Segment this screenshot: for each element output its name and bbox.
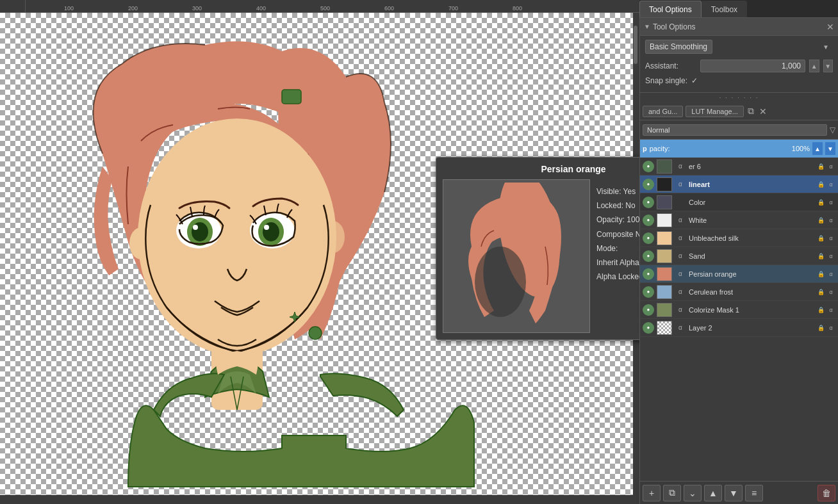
- layer-lock-icon[interactable]: 🔒: [816, 162, 825, 171]
- layer-item-sand[interactable]: ● α Sand 🔒 α: [640, 247, 838, 265]
- layer-alpha-icon: α: [675, 179, 686, 190]
- copy-layer-button[interactable]: ⧉: [663, 485, 681, 501]
- tooltip-alpha-locked: Alpha Locked: Yes: [596, 271, 639, 283]
- layer-alpha-lock-icon[interactable]: α: [826, 323, 835, 332]
- tab-tool-options[interactable]: Tool Options: [639, 1, 702, 17]
- layer-lock-icon[interactable]: 🔒: [816, 270, 825, 279]
- ruler-tick-500: 500: [320, 5, 330, 12]
- layer-lock-icon[interactable]: 🔒: [816, 323, 825, 332]
- layer-thumbnail: [657, 303, 672, 317]
- layers-section: and Gu... LUT Manage... ⧉ ✕ Normal Multi…: [640, 102, 838, 504]
- move-layer-down-button[interactable]: ▼: [725, 485, 743, 501]
- layer-thumbnail: [657, 159, 672, 174]
- layer-thumbnail: [657, 195, 672, 209]
- opacity-spin-up[interactable]: ▲: [812, 142, 823, 155]
- layer-alpha-icon: [675, 197, 686, 208]
- opacity-value: 100%: [792, 145, 810, 152]
- layer-alpha-lock-icon[interactable]: α: [826, 234, 835, 243]
- layer-item-cerulean-frost[interactable]: ● α Cerulean frost 🔒 α: [640, 283, 838, 301]
- assistant-spin-down[interactable]: ▼: [823, 60, 834, 72]
- canvas-area: 100 200 300 400 500 600 700 800: [0, 0, 639, 504]
- panel-collapse-arrow[interactable]: ▼: [644, 23, 650, 30]
- layer-visibility-icon[interactable]: ●: [643, 250, 654, 262]
- opacity-spin-down[interactable]: ▼: [825, 142, 835, 155]
- layer-lock-icon[interactable]: 🔒: [816, 234, 825, 243]
- layer-alpha-lock-icon[interactable]: α: [826, 288, 835, 297]
- svg-rect-13: [282, 90, 301, 104]
- layer-alpha-lock-icon[interactable]: α: [826, 198, 835, 207]
- merge-layers-button[interactable]: ⌄: [684, 485, 702, 501]
- assistant-row: Assistant: ▲ ▼: [640, 58, 838, 74]
- and-guides-button[interactable]: and Gu...: [643, 106, 683, 117]
- layer-alpha-lock-icon[interactable]: α: [826, 162, 835, 171]
- ruler-tick-100: 100: [64, 5, 74, 12]
- lut-manager-button[interactable]: LUT Manage...: [686, 106, 744, 117]
- layer-lock-icon[interactable]: 🔒: [816, 305, 825, 314]
- assistant-input[interactable]: [700, 60, 805, 72]
- layer-visibility-icon[interactable]: ●: [643, 268, 654, 280]
- layer-action-icons: 🔒 α: [816, 234, 835, 243]
- layer-visibility-icon[interactable]: ●: [643, 215, 654, 226]
- layer-item-unbleached-silk[interactable]: ● α Unbleached silk 🔒 α: [640, 229, 838, 247]
- layer-item-lineart[interactable]: ● α lineart 🔒 α: [640, 175, 838, 193]
- layer-item-color[interactable]: ● Color 🔒 α: [640, 193, 838, 211]
- layer-action-icons: 🔒 α: [816, 180, 835, 189]
- layer-visibility-icon[interactable]: ●: [643, 179, 654, 190]
- smoothing-select-arrow: ▼: [823, 44, 829, 51]
- layers-close-icon[interactable]: ✕: [758, 105, 768, 118]
- blend-mode-select[interactable]: Normal Multiply Screen Overlay: [643, 124, 827, 136]
- layer-alpha-lock-icon[interactable]: α: [826, 216, 835, 225]
- layer-name: Layer 2: [689, 324, 814, 332]
- layer-item-white[interactable]: ● α White 🔒 α: [640, 211, 838, 229]
- layer-alpha-icon: α: [675, 268, 686, 280]
- canvas-container[interactable]: Persian orange: [0, 13, 639, 504]
- layer-lock-icon[interactable]: 🔒: [816, 252, 825, 261]
- layer-visibility-icon[interactable]: ●: [643, 286, 654, 298]
- ruler-tick-800: 800: [513, 5, 522, 12]
- assistant-spin-up[interactable]: ▲: [809, 60, 819, 72]
- layer-lock-icon[interactable]: 🔒: [816, 198, 825, 207]
- layer-visibility-icon[interactable]: ●: [643, 304, 654, 316]
- layer-alpha-icon: α: [675, 250, 686, 262]
- canvas-scrollbar-bottom[interactable]: [0, 495, 639, 504]
- layer-lock-icon[interactable]: 🔒: [816, 216, 825, 225]
- layer-item[interactable]: ● α er 6 🔒 α: [640, 158, 838, 175]
- right-panel: Tool Options Toolbox ▼ Tool Options ✕ Ba…: [639, 0, 838, 504]
- layer-lock-icon[interactable]: 🔒: [816, 288, 825, 297]
- tooltip-thumbnail: [443, 179, 590, 333]
- layer-alpha-lock-icon[interactable]: α: [826, 270, 835, 279]
- add-layer-button[interactable]: +: [643, 485, 661, 501]
- layer-action-icons: 🔒 α: [816, 288, 835, 297]
- smoothing-select-wrapper: Basic Smoothing No Smoothing Stabilize W…: [645, 40, 833, 54]
- layer-item-layer2[interactable]: ● α Layer 2 🔒 α: [640, 319, 838, 337]
- layers-toolbar: and Gu... LUT Manage... ⧉ ✕: [640, 102, 838, 120]
- layer-lock-icon[interactable]: 🔒: [816, 180, 825, 189]
- layer-action-icons: 🔒 α: [816, 270, 835, 279]
- layer-alpha-lock-icon[interactable]: α: [826, 305, 835, 314]
- panel-close-button[interactable]: ✕: [826, 22, 834, 32]
- blend-select-wrapper: Normal Multiply Screen Overlay: [643, 124, 827, 136]
- layer-visibility-icon[interactable]: ●: [643, 161, 654, 172]
- layer-item-colorize-mask[interactable]: ● α Colorize Mask 1 🔒 α: [640, 301, 838, 319]
- tab-toolbox[interactable]: Toolbox: [702, 1, 747, 17]
- layer-visibility-icon[interactable]: ●: [643, 322, 654, 334]
- filter-icon[interactable]: ▽: [830, 126, 835, 134]
- layer-alpha-lock-icon[interactable]: α: [826, 180, 835, 189]
- layer-item-persian-orange[interactable]: ● α Persian orange 🔒 α: [640, 265, 838, 283]
- move-layer-up-button[interactable]: ▲: [704, 485, 722, 501]
- layer-alpha-lock-icon[interactable]: α: [826, 252, 835, 261]
- layers-expand-icon[interactable]: ⧉: [746, 104, 755, 118]
- tooltip-content: Visible: Yes Locked: No Opacity: 100% Co…: [443, 179, 639, 333]
- layer-visibility-icon[interactable]: ●: [643, 197, 654, 208]
- layer-visibility-icon[interactable]: ●: [643, 232, 654, 244]
- smoothing-select[interactable]: Basic Smoothing No Smoothing Stabilize W…: [645, 40, 712, 54]
- layer-alpha-icon: α: [675, 215, 686, 226]
- delete-layer-button[interactable]: 🗑: [817, 485, 835, 501]
- smoothing-row: Basic Smoothing No Smoothing Stabilize W…: [640, 36, 838, 58]
- layer-thumbnail: [657, 267, 672, 281]
- layers-controls: Normal Multiply Screen Overlay ▽: [640, 120, 838, 140]
- flatten-button[interactable]: ≡: [745, 485, 763, 501]
- canvas-scroll-thumb: [634, 26, 637, 64]
- ruler-tick-700: 700: [448, 5, 458, 12]
- layer-list[interactable]: ● α er 6 🔒 α ● α lineart 🔒: [640, 158, 838, 481]
